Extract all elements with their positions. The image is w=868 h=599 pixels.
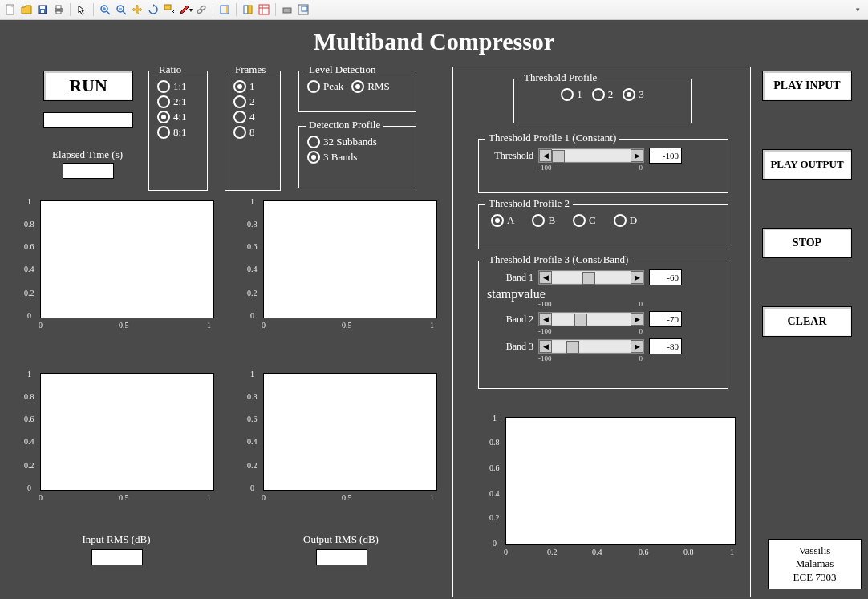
- tp-1[interactable]: 1: [561, 88, 582, 101]
- frames-label: 1: [249, 80, 255, 93]
- svg-rect-26: [283, 8, 291, 13]
- print-icon[interactable]: [51, 2, 66, 17]
- svg-rect-5: [56, 6, 61, 9]
- tp1-scale: -1000: [538, 164, 643, 172]
- ratio-8-1[interactable]: 8:1: [157, 126, 199, 139]
- svg-point-18: [200, 6, 205, 10]
- ratio-label: 2:1: [173, 95, 187, 108]
- frames-group: Frames 1 2 4 8: [225, 71, 281, 191]
- zoom-out-icon[interactable]: [114, 2, 128, 17]
- elapsed-time-value: [63, 163, 114, 179]
- ratio-4-1[interactable]: 4:1: [157, 111, 199, 123]
- option-label: D: [630, 214, 637, 227]
- ratio-legend: Ratio: [156, 63, 185, 76]
- credit-line1: Vassilis: [777, 544, 853, 557]
- plot-5: 0 0.2 0.4 0.6 0.8 1 0 0.2 0.4 0.6 0.8 1: [489, 417, 746, 577]
- link-icon[interactable]: [194, 2, 209, 17]
- tp2-b[interactable]: B: [532, 214, 555, 227]
- run-button[interactable]: RUN: [43, 71, 133, 101]
- frames-legend: Frames: [232, 63, 269, 76]
- clear-button[interactable]: CLEAR: [762, 306, 852, 337]
- ratio-1-1[interactable]: 1:1: [157, 80, 199, 93]
- arrow-right-icon[interactable]: ▶: [631, 149, 643, 162]
- output-rms-label: Output RMS (dB): [289, 533, 393, 546]
- tp3-band2-slider[interactable]: ◀ ▶: [538, 312, 644, 326]
- rotate-icon[interactable]: [146, 2, 160, 17]
- run-status-box: [43, 112, 133, 128]
- svg-rect-2: [40, 6, 45, 9]
- tp2-group: Threshold Profile 2 A B C D: [478, 204, 728, 249]
- option-label: C: [589, 214, 596, 227]
- frames-4[interactable]: 4: [233, 111, 272, 123]
- data-cursor-icon[interactable]: [162, 2, 176, 17]
- tp2-c[interactable]: C: [573, 214, 596, 227]
- toolbar: ▾ ▾: [0, 0, 868, 20]
- credit-box: Vassilis Malamas ECE 7303: [768, 539, 862, 589]
- svg-rect-3: [41, 10, 44, 13]
- svg-rect-20: [226, 6, 228, 13]
- arrow-right-icon[interactable]: ▶: [631, 340, 643, 353]
- tp3-band1-label: Band 1: [487, 272, 533, 284]
- tp3-band2-value[interactable]: -70: [649, 311, 682, 327]
- frames-2[interactable]: 2: [233, 95, 272, 108]
- threshold-profile-group: Threshold Profile 1 2 3: [513, 79, 692, 123]
- tp-2[interactable]: 2: [592, 88, 614, 101]
- tp3-group: Threshold Profile 3 (Const/Band) Band 1 …: [478, 261, 728, 389]
- play-output-button[interactable]: PLAY OUTPUT: [762, 149, 852, 180]
- dock-icon[interactable]: [296, 2, 310, 17]
- ratio-2-1[interactable]: 2:1: [157, 95, 199, 108]
- separator: [93, 3, 94, 16]
- stop-button[interactable]: STOP: [762, 228, 852, 258]
- hide-plot-icon[interactable]: [280, 2, 294, 17]
- tp3-band1-slider[interactable]: ◀ ▶: [538, 270, 644, 285]
- tp2-a[interactable]: A: [491, 214, 514, 227]
- level-rms[interactable]: RMS: [351, 80, 389, 93]
- insert-legend-icon[interactable]: [241, 2, 255, 17]
- show-plot-tools-icon[interactable]: [257, 2, 271, 17]
- brush-icon[interactable]: ▾: [178, 2, 193, 17]
- plot-3: 0 0.2 0.4 0.6 0.8 1 0 0.5 1: [24, 373, 217, 517]
- dp-3-bands[interactable]: 3 Bands: [307, 151, 408, 164]
- arrow-left-icon[interactable]: ◀: [539, 271, 552, 284]
- svg-line-12: [123, 11, 126, 14]
- tp3-band3-slider[interactable]: ◀ ▶: [538, 339, 644, 354]
- insert-colorbar-icon[interactable]: [217, 2, 232, 17]
- plot-4: 0 0.2 0.4 0.6 0.8 1 0 0.5 1: [247, 373, 440, 517]
- new-file-icon[interactable]: [3, 2, 18, 17]
- arrow-left-icon[interactable]: ◀: [539, 149, 552, 162]
- arrow-left-icon[interactable]: ◀: [539, 313, 552, 326]
- arrow-right-icon[interactable]: ▶: [631, 313, 643, 326]
- pan-icon[interactable]: [130, 2, 144, 17]
- arrow-left-icon[interactable]: ◀: [539, 340, 552, 353]
- svg-rect-22: [248, 6, 252, 14]
- option-label: 2: [608, 88, 614, 101]
- option-label: 1: [577, 88, 582, 101]
- tp3-band2-label: Band 2: [487, 314, 533, 326]
- open-folder-icon[interactable]: [19, 2, 34, 17]
- save-icon[interactable]: [35, 2, 50, 17]
- tp1-value[interactable]: -100: [649, 148, 682, 164]
- frames-1[interactable]: 1: [233, 80, 272, 93]
- chevron-down-icon[interactable]: ▾: [850, 2, 865, 17]
- separator: [70, 3, 71, 16]
- credit-line3: ECE 7303: [777, 571, 853, 584]
- tp3-band3-value[interactable]: -80: [649, 338, 682, 354]
- tp1-legend: Threshold Profile 1 (Constant): [485, 132, 619, 144]
- frames-8[interactable]: 8: [233, 126, 272, 139]
- zoom-in-icon[interactable]: [98, 2, 112, 17]
- svg-rect-28: [302, 6, 307, 11]
- detection-profile-legend: Detection Profile: [306, 119, 383, 132]
- option-label: B: [548, 214, 555, 227]
- pointer-icon[interactable]: [75, 2, 89, 17]
- tp3-band1-value[interactable]: -60: [649, 269, 682, 285]
- tp-legend: Threshold Profile: [521, 71, 600, 84]
- arrow-right-icon[interactable]: ▶: [631, 271, 643, 284]
- level-peak[interactable]: Peak: [307, 80, 343, 93]
- play-input-button[interactable]: PLAY INPUT: [762, 71, 852, 101]
- tp2-d[interactable]: D: [614, 214, 637, 227]
- frames-label: 2: [249, 95, 255, 108]
- tp1-slider[interactable]: ◀ ▶: [538, 148, 644, 163]
- tp-3[interactable]: 3: [623, 88, 644, 101]
- dp-32-subbands[interactable]: 32 Subbands: [307, 136, 408, 148]
- tp2-legend: Threshold Profile 2: [485, 197, 573, 210]
